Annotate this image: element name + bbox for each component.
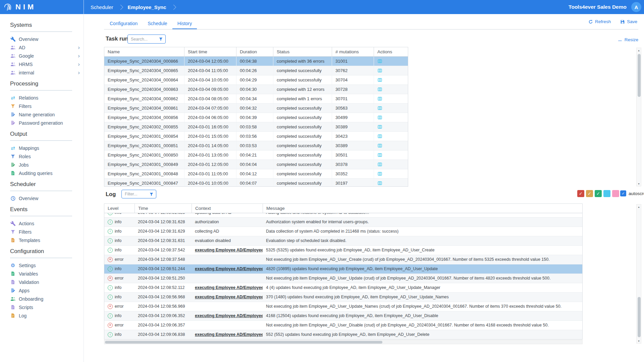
sidebar-item-settings[interactable]: ⚙Settings [10,261,80,269]
log-context-cell[interactable]: executing Employee AD/Employee A... [192,264,263,274]
save-button[interactable]: Save [620,19,637,24]
sidebar-item-mappings[interactable]: ⇄Mappings [10,144,80,152]
tab-configuration[interactable]: Configuration [105,18,143,29]
table-columns-icon[interactable] [377,124,382,129]
sidebar-item-ad[interactable]: AD› [10,43,80,52]
sidebar-item-auditing-queries[interactable]: Auditing queries [10,169,80,177]
scroll-up-icon[interactable]: ▲ [637,204,641,209]
sidebar-item-onboarding[interactable]: Onboarding [10,295,80,303]
orange-level-filter-checkbox[interactable]: ✓ [586,190,593,197]
sidebar-item-validation[interactable]: Validation [10,278,80,286]
column-header-time[interactable]: Time [135,204,192,213]
task-run-row[interactable]: Employee_Sync_20240301_0008472024-03-01 … [104,179,408,187]
column-header-status[interactable]: Status [273,47,332,56]
table-columns-icon[interactable] [377,181,382,186]
table-columns-icon[interactable] [377,134,382,139]
avatar[interactable]: A [631,2,641,12]
sidebar-item-scripts[interactable]: Scripts [10,303,80,311]
log-row[interactable]: iinfo2024-03-04 12:08:52.112executing Em… [104,283,582,293]
log-context-cell[interactable]: executing Employee AD/Employee A... [192,283,263,292]
log-row[interactable]: iinfo2024-03-04 12:08:51.244executing Em… [104,264,582,274]
sidebar-item-variables[interactable]: Variables [10,269,80,278]
log-row[interactable]: iinfo2024-03-04 12:09:06.838executing Em… [104,330,582,340]
task-runs-scrollbar[interactable]: ▲ ▼ [636,48,641,186]
task-run-row[interactable]: Employee_Sync_20240301_0008482024-03-01 … [104,169,408,179]
app-logo[interactable]: NIM [15,3,36,11]
sidebar-item-internal[interactable]: internal› [10,68,80,77]
filter-funnel-icon[interactable] [159,37,163,41]
log-context-cell[interactable]: executing Employee AD/Employee A... [192,311,263,320]
tab-history[interactable]: History [172,18,197,29]
log-filter-input[interactable] [122,192,149,196]
column-header-context[interactable]: Context [192,204,263,213]
log-row[interactable]: iinfo2024-03-04 12:08:31.629collecting A… [104,227,582,236]
column-header-message[interactable]: Message [263,204,582,213]
sidebar-item-roles[interactable]: Roles [10,152,80,161]
task-run-row[interactable]: Employee_Sync_20240304_0008612024-03-04 … [104,104,408,113]
sidebar-item-hrms[interactable]: HRMS› [10,60,80,68]
sidebar-item-filters[interactable]: Filters [10,228,80,236]
sidebar-item-filters[interactable]: Filters [10,102,80,110]
table-columns-icon[interactable] [377,162,382,167]
refresh-button[interactable]: Refresh [588,19,611,24]
log-context-link[interactable]: executing Employee AD/Employee A... [195,266,263,271]
task-run-row[interactable]: Employee_Sync_20240304_0008632024-03-04 … [104,85,408,94]
tab-schedule[interactable]: Schedule [143,18,172,29]
table-columns-icon[interactable] [377,143,382,148]
log-context-link[interactable]: executing Employee AD/Employee A... [195,295,263,299]
table-columns-icon[interactable] [377,171,382,176]
column-header-start-time[interactable]: Start time [184,47,236,56]
table-columns-icon[interactable] [377,115,382,120]
resize-button[interactable]: ↔ Resize [618,37,638,43]
log-row[interactable]: ✕error2024-03-04 12:08:51.250Not executi… [104,274,582,283]
task-run-row[interactable]: Employee_Sync_20240301_0008492024-03-01 … [104,160,408,169]
cyan-level-filter-checkbox[interactable] [603,190,610,197]
task-run-row[interactable]: Employee_Sync_20240304_0008622024-03-04 … [104,94,408,104]
log-context-cell[interactable]: executing Employee AD/Employee A... [192,246,263,255]
table-columns-icon[interactable] [377,68,382,73]
green-level-filter-checkbox[interactable]: ✓ [595,190,602,197]
chevron-right-icon[interactable]: › [78,60,80,68]
log-row[interactable]: iinfo2024-03-04 12:08:37.542executing Em… [104,246,582,255]
sidebar-item-overview[interactable]: Overview [10,194,80,202]
task-run-row[interactable]: Employee_Sync_20240301_0008502024-03-01 … [104,150,408,160]
log-row[interactable]: ✕error2024-03-04 12:08:37.548Not executi… [104,255,582,264]
log-scrollbar[interactable]: ▲ ▼ [636,204,641,344]
scrollbar-thumb[interactable] [638,297,641,337]
log-context-link[interactable]: executing Employee AD/Employee A... [195,313,263,318]
log-row[interactable]: iinfo2024-03-04 12:08:31.625updating dat… [104,213,582,218]
task-run-row[interactable]: Employee_Sync_20240304_0008642024-03-04 … [104,75,408,85]
chevron-right-icon[interactable]: › [78,69,80,76]
scroll-up-icon[interactable]: ▲ [637,48,641,53]
sidebar-item-templates[interactable]: Templates [10,236,80,244]
table-columns-icon[interactable] [377,96,382,101]
task-run-row[interactable]: Employee_Sync_20240304_0008562024-03-04 … [104,113,408,122]
log-row[interactable]: ✕error2024-03-04 12:08:56.969Not executi… [104,302,582,311]
task-run-row[interactable]: Employee_Sync_20240304_0008652024-03-04 … [104,66,408,75]
scrollbar-thumb[interactable] [638,54,641,97]
log-row[interactable]: iinfo2024-03-04 12:09:06.352executing Em… [104,311,582,321]
sidebar-item-actions[interactable]: Actions [10,219,80,228]
table-columns-icon[interactable] [377,106,382,111]
log-row[interactable]: iinfo2024-03-04 12:08:56.968executing Em… [104,293,582,302]
log-row[interactable]: ✕error2024-03-04 12:09:06.357Not executi… [104,321,582,330]
filter-funnel-icon[interactable] [149,192,154,196]
red-level-filter-checkbox[interactable]: ✓ [577,190,584,197]
pink-level-filter-checkbox[interactable] [612,190,619,197]
log-context-link[interactable]: executing Employee AD/Employee A... [195,248,263,252]
sidebar-item-password-generation[interactable]: Password generation [10,119,80,127]
sidebar-item-relations[interactable]: ⇄Relations [10,94,80,102]
log-row[interactable]: iinfo2024-03-04 12:08:31.631evaluation d… [104,236,582,246]
task-run-row[interactable]: Employee_Sync_20240302_0008552024-03-01 … [104,122,408,132]
task-run-row[interactable]: Employee_Sync_20240304_0008662024-03-04 … [104,57,408,66]
scroll-down-icon[interactable]: ▼ [637,339,641,343]
sidebar-item-name-generation[interactable]: Name generation [10,110,80,119]
log-context-link[interactable]: executing Employee AD/Employee A... [195,285,263,290]
column-header-actions[interactable]: Actions [374,47,408,56]
log-row[interactable]: iinfo2024-03-04 12:08:31.628authorizatio… [104,218,582,227]
chevron-right-icon[interactable]: › [78,44,80,51]
chevron-right-icon[interactable]: › [78,52,80,60]
sidebar-item-apps[interactable]: Apps [10,286,80,295]
column-header-level[interactable]: Level [104,204,135,213]
table-columns-icon[interactable] [377,77,382,82]
